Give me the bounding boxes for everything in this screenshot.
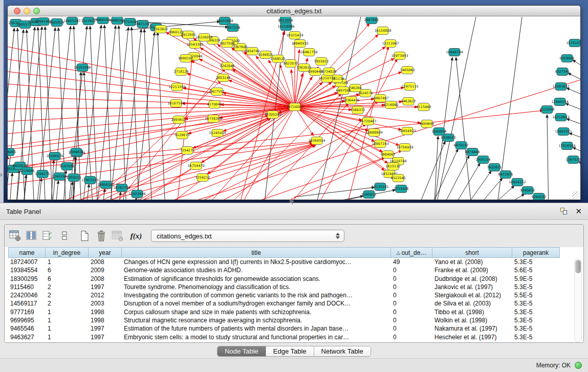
column-header-out-degree[interactable]: △out_de… <box>391 247 432 258</box>
table-cell[interactable]: 5.3E-5 <box>512 299 560 308</box>
new-document-button[interactable] <box>78 229 92 243</box>
graph-node[interactable]: 1145194 <box>52 173 67 181</box>
graph-node[interactable]: 15751074 <box>566 39 580 47</box>
column-header-pagerank[interactable]: pagerank <box>512 247 560 258</box>
graph-node[interactable]: 2516065 <box>8 148 16 156</box>
minimize-window-button[interactable] <box>24 8 30 14</box>
graph-node[interactable]: 6216060 <box>384 101 399 109</box>
table-row[interactable]: 1872400712008Changes of HCN gene express… <box>5 258 583 266</box>
row-checks-button[interactable]: ✓✓ <box>41 229 55 243</box>
graph-node[interactable]: 9474444 <box>465 148 480 156</box>
tab-edge-table[interactable]: Edge Table <box>266 346 314 356</box>
graph-node[interactable]: 2687682 <box>364 17 379 24</box>
function-builder-button[interactable]: f(x) <box>127 232 145 240</box>
graph-node[interactable]: 7632621 <box>487 164 502 171</box>
graph-node[interactable]: 19756928 <box>396 144 413 151</box>
table-cell[interactable]: 2003 <box>89 299 122 308</box>
table-cell[interactable]: 2 <box>46 299 89 308</box>
table-row[interactable]: 911546021997Tourette syndrome. Phenomeno… <box>5 283 583 291</box>
table-cell[interactable]: 5.5E-5 <box>512 291 560 299</box>
table-cell[interactable]: Wolkin et al. (1998) <box>432 316 512 324</box>
table-cell[interactable]: 0 <box>391 275 432 283</box>
table-cell[interactable]: 19384554 <box>8 266 46 274</box>
graph-node[interactable]: 15135141 <box>372 183 388 191</box>
scrollbar-thumb[interactable] <box>575 260 581 273</box>
graph-node[interactable]: 9294502 <box>532 193 547 200</box>
table-cell[interactable]: 1997 <box>89 324 122 333</box>
zoom-window-button[interactable] <box>33 8 40 14</box>
tab-network-table[interactable]: Network Table <box>314 346 371 356</box>
table-cell[interactable]: 1997 <box>89 283 122 291</box>
graph-node[interactable]: 17016504 <box>558 142 575 150</box>
table-cell[interactable]: 0 <box>391 324 432 333</box>
table-cell[interactable]: Tibbo et al. (1998) <box>432 308 512 316</box>
graph-node[interactable]: 19218986 <box>277 23 294 31</box>
graph-node[interactable]: 20364436 <box>342 97 359 104</box>
table-cell[interactable]: Structural magnetic resonance image aver… <box>122 316 391 324</box>
graph-node[interactable]: 7857224 <box>226 24 241 32</box>
graph-node[interactable]: 9890101 <box>179 55 193 62</box>
graph-node[interactable]: 1115686 <box>20 167 35 175</box>
table-cell[interactable]: 0 <box>391 308 432 316</box>
graph-node[interactable]: 16754470 <box>187 162 204 170</box>
table-cell[interactable]: Dudbridge et al. (2008) <box>432 275 512 283</box>
table-row[interactable]: 2242004622012Investigating the contribut… <box>5 291 583 299</box>
column-header-in-degree[interactable]: in_degree <box>46 247 89 258</box>
table-cell[interactable]: 0 <box>391 333 432 341</box>
table-cell[interactable]: 0 <box>391 291 432 299</box>
float-panel-icon[interactable] <box>560 207 568 215</box>
graph-node[interactable]: 1615132 <box>386 163 401 170</box>
graph-node[interactable]: 1527602 <box>81 17 96 25</box>
graph-node[interactable]: 9463627 <box>401 98 416 105</box>
table-cell[interactable]: Corpus callosum shape and size in male p… <box>122 308 391 316</box>
graph-node[interactable]: 9466161 <box>96 17 111 24</box>
table-cell[interactable]: 1 <box>46 333 89 341</box>
graph-node[interactable]: 9227341 <box>555 68 570 76</box>
graph-node[interactable]: 8215958 <box>540 106 555 114</box>
table-cell[interactable]: 1 <box>46 324 89 333</box>
table-cell[interactable]: 5.3E-5 <box>512 308 560 316</box>
table-cell[interactable]: 1 <box>46 258 89 266</box>
table-cell[interactable]: Hescheler et al. (1997) <box>432 333 512 341</box>
graph-node[interactable]: 19654923 <box>399 127 416 135</box>
table-cell[interactable]: Estimation of the future numbers of pati… <box>122 324 391 333</box>
table-cell[interactable]: 18300295 <box>8 275 46 283</box>
table-cell[interactable]: 2008 <box>89 258 122 266</box>
table-cell[interactable]: 9115460 <box>8 283 46 291</box>
graph-node[interactable]: 1362615 <box>297 64 312 72</box>
graph-node[interactable]: 12975115 <box>401 83 418 91</box>
table-cell[interactable]: 1 <box>46 316 89 324</box>
graph-node[interactable]: 4522540 <box>391 174 406 182</box>
graph-node[interactable]: 9128673 <box>175 132 190 139</box>
table-mode-button[interactable] <box>9 229 22 243</box>
graph-node[interactable]: 7563822 <box>154 26 168 33</box>
graph-node[interactable]: 1640954 <box>432 128 447 136</box>
graph-node[interactable]: 7485063 <box>400 67 415 74</box>
graph-node[interactable]: 8960123 <box>169 29 184 36</box>
column-header-name[interactable]: name <box>8 247 46 258</box>
table-row[interactable]: 1456911722003Disruption of a novel membe… <box>5 299 583 308</box>
delete-table-button[interactable] <box>95 229 108 243</box>
table-cell[interactable]: 5.6E-5 <box>512 266 560 274</box>
graph-node[interactable]: 16782759 <box>113 184 130 192</box>
table-cell[interactable]: 5.3E-5 <box>512 316 560 324</box>
graph-node[interactable]: 17957223 <box>81 177 98 184</box>
table-cell[interactable]: 6 <box>46 266 89 274</box>
table-row[interactable]: 946554611997Estimation of the future num… <box>5 324 583 333</box>
graph-node[interactable]: 12923446 <box>128 190 145 198</box>
table-cell[interactable]: Estimation of significance thresholds fo… <box>122 275 391 283</box>
table-cell[interactable]: Tourette syndrome. Phenomenology and cla… <box>122 283 391 291</box>
graph-node[interactable]: 9245012 <box>362 191 377 199</box>
table-cell[interactable]: 2 <box>46 291 89 299</box>
close-window-button[interactable] <box>14 8 20 14</box>
table-cell[interactable]: Genome-wide association studies in ADHD. <box>122 266 391 274</box>
column-header-short[interactable]: short <box>432 247 512 258</box>
graph-node[interactable]: 9115460 <box>417 103 431 111</box>
graph-node[interactable]: 15692971 <box>555 128 572 136</box>
table-cell[interactable]: 0 <box>391 316 432 324</box>
graph-node[interactable]: 18640910 <box>291 40 308 48</box>
graph-node[interactable]: 9197588 <box>60 163 75 170</box>
network-canvas[interactable]: 2303158140557241958438206914069605824106… <box>8 17 580 200</box>
graph-node[interactable]: 9329966 <box>560 55 575 62</box>
table-row[interactable]: 969969511998Structural magnetic resonanc… <box>5 316 583 324</box>
